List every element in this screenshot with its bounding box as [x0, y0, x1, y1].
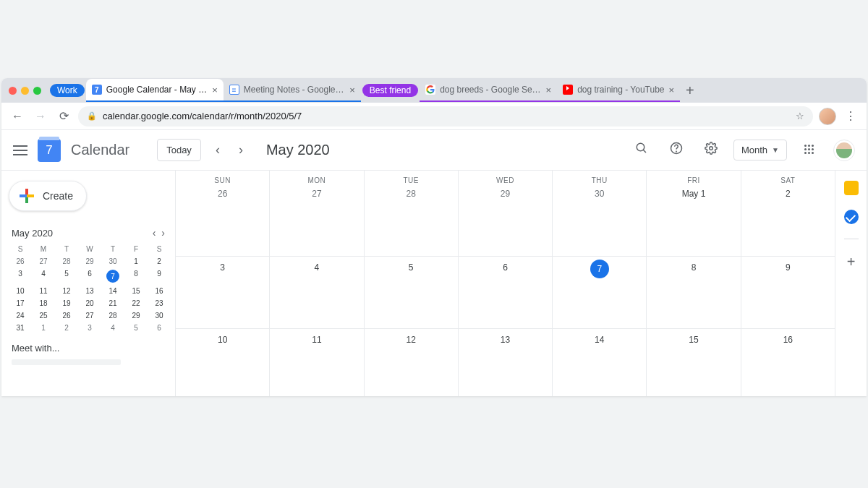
mini-day[interactable]: 2 [148, 255, 171, 267]
mini-prev-button[interactable]: ‹ [153, 227, 156, 239]
address-bar[interactable]: 🔒 calendar.google.com/calendar/r/month/2… [78, 106, 813, 127]
mini-day[interactable]: 28 [55, 255, 78, 267]
date-cell[interactable]: 11 [269, 329, 363, 396]
date-cell[interactable]: May 1 [646, 184, 740, 257]
mini-day[interactable]: 16 [148, 285, 171, 297]
next-period-button[interactable]: › [234, 142, 247, 158]
mini-day[interactable]: 17 [9, 297, 32, 309]
create-button[interactable]: Create [9, 181, 87, 211]
mini-day[interactable]: 26 [9, 255, 32, 267]
add-ons-button[interactable]: + [847, 254, 856, 270]
back-button[interactable]: ← [9, 110, 26, 123]
mini-day[interactable]: 5 [124, 322, 148, 334]
mini-day[interactable]: 4 [101, 322, 124, 334]
date-cell[interactable]: 26 [175, 184, 269, 257]
mini-day[interactable]: 2 [55, 322, 78, 334]
reload-button[interactable]: ⟳ [55, 109, 72, 123]
date-cell[interactable]: 3 [175, 257, 269, 329]
mini-day[interactable]: 27 [32, 255, 55, 267]
mini-day[interactable]: 15 [124, 285, 148, 297]
mini-day[interactable]: 13 [78, 285, 101, 297]
chrome-profile-avatar[interactable] [819, 108, 836, 125]
mini-day[interactable]: 31 [9, 322, 32, 334]
mini-day[interactable]: 6 [78, 267, 101, 285]
tab-close-icon[interactable]: × [546, 85, 552, 95]
window-close-button[interactable] [9, 87, 17, 95]
mini-day[interactable]: 29 [78, 255, 101, 267]
tasks-icon[interactable] [844, 210, 859, 224]
mini-day[interactable]: 3 [9, 267, 32, 285]
mini-day[interactable]: 27 [78, 309, 101, 322]
new-tab-button[interactable]: + [680, 82, 700, 99]
tab-close-icon[interactable]: × [349, 85, 355, 95]
tab-group-best-friend[interactable]: Best friend [362, 84, 418, 97]
date-cell[interactable]: 28 [364, 184, 458, 257]
mini-day[interactable]: 1 [124, 255, 148, 267]
today-button[interactable]: Today [157, 139, 201, 161]
date-cell[interactable]: 27 [269, 184, 363, 257]
mini-day[interactable]: 18 [32, 297, 55, 309]
mini-day[interactable]: 10 [9, 285, 32, 297]
tab-close-icon[interactable]: × [668, 85, 674, 95]
date-cell[interactable]: 4 [269, 257, 363, 329]
date-cell[interactable]: 6 [458, 257, 552, 329]
mini-day[interactable]: 30 [101, 255, 124, 267]
meet-with-input[interactable] [12, 359, 121, 365]
tab-google-calendar[interactable]: 7 Google Calendar - May 20 × [86, 79, 224, 102]
mini-day[interactable]: 4 [32, 267, 55, 285]
chrome-menu-button[interactable]: ⋮ [842, 109, 859, 123]
tab-dog-breeds[interactable]: dog breeds - Google Searc × [420, 79, 557, 102]
mini-day[interactable]: 9 [148, 267, 171, 285]
settings-button[interactable] [699, 142, 723, 158]
window-zoom-button[interactable] [33, 87, 41, 95]
mini-day[interactable]: 28 [101, 309, 124, 322]
account-avatar[interactable] [833, 140, 855, 161]
mini-day[interactable]: 21 [101, 297, 124, 309]
mini-day[interactable]: 12 [55, 285, 78, 297]
date-cell[interactable]: 10 [175, 329, 269, 396]
date-cell[interactable]: 7 [552, 257, 646, 329]
mini-day[interactable]: 26 [55, 309, 78, 322]
date-cell[interactable]: 30 [552, 184, 646, 257]
tab-close-icon[interactable]: × [212, 85, 218, 95]
mini-day[interactable]: 24 [9, 309, 32, 322]
keep-icon[interactable] [844, 181, 859, 195]
view-selector[interactable]: Month ▼ [733, 140, 787, 160]
main-menu-button[interactable] [13, 145, 27, 155]
mini-day[interactable]: 22 [124, 297, 148, 309]
prev-period-button[interactable]: ‹ [211, 142, 224, 158]
date-cell[interactable]: 15 [646, 329, 740, 396]
mini-day[interactable]: 23 [148, 297, 171, 309]
date-cell[interactable]: 5 [364, 257, 458, 329]
mini-day[interactable]: 5 [55, 267, 78, 285]
mini-day[interactable]: 3 [78, 322, 101, 334]
mini-day[interactable]: 11 [32, 285, 55, 297]
mini-day[interactable]: 6 [148, 322, 171, 334]
mini-day[interactable]: 29 [124, 309, 148, 322]
google-apps-button[interactable] [804, 145, 816, 156]
date-cell[interactable]: 8 [646, 257, 740, 329]
support-button[interactable] [664, 142, 689, 158]
date-cell[interactable]: 12 [364, 329, 458, 396]
date-cell[interactable]: 9 [741, 257, 835, 329]
date-cell[interactable]: 2 [741, 184, 835, 257]
tab-group-work[interactable]: Work [50, 84, 85, 97]
search-button[interactable] [629, 142, 654, 158]
mini-day[interactable]: 30 [148, 309, 171, 322]
bookmark-star-icon[interactable]: ☆ [796, 111, 804, 121]
date-cell[interactable]: 29 [458, 184, 552, 257]
tab-meeting-notes[interactable]: ≡ Meeting Notes - Google Do × [224, 79, 361, 102]
mini-day[interactable]: 8 [124, 267, 148, 285]
forward-button[interactable]: → [32, 110, 49, 123]
tab-dog-training[interactable]: dog training - YouTube × [557, 79, 680, 102]
date-cell[interactable]: 13 [458, 329, 552, 396]
mini-day[interactable]: 20 [78, 297, 101, 309]
date-cell[interactable]: 14 [552, 329, 646, 396]
window-minimize-button[interactable] [21, 87, 29, 95]
mini-day[interactable]: 1 [32, 322, 55, 334]
mini-day[interactable]: 14 [101, 285, 124, 297]
mini-day[interactable]: 7 [101, 267, 124, 285]
mini-next-button[interactable]: › [161, 227, 165, 239]
mini-day[interactable]: 25 [32, 309, 55, 322]
mini-day[interactable]: 19 [55, 297, 78, 309]
